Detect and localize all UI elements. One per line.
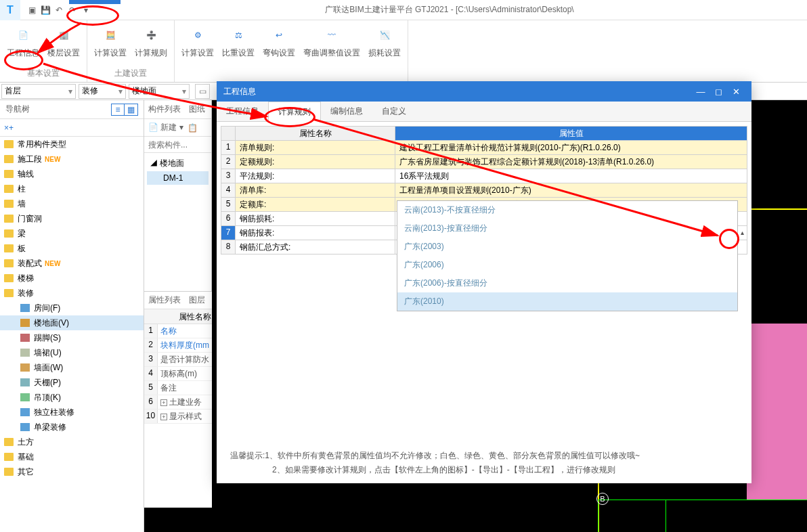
qat-redo-icon[interactable]: ↷ [66,4,79,16]
tab-drawing[interactable]: 图纸 [189,104,205,115]
nav-subitem[interactable]: 墙面(W) [0,360,144,375]
project-info-icon: 📄 [12,24,34,46]
ribbon-calc-settings2-button[interactable]: ⚙ 计算设置 [177,22,218,62]
qat-save-icon[interactable]: 💾 [39,4,51,16]
component-search-input[interactable] [148,140,207,150]
dropdown-option[interactable]: 云南(2013)-不按直径细分 [397,201,737,219]
ribbon-tab-cloud[interactable]: 云应用 [269,0,313,4]
ribbon-loss-button[interactable]: 📉 损耗设置 [364,22,405,62]
prop-row[interactable]: 3是否计算防水 [144,353,212,367]
ribbon-calc-rules-button[interactable]: ➗ 计算规则 [131,22,171,62]
comp-root[interactable]: ◢ 楼地面 [147,156,209,171]
copy-icon[interactable]: 📋 [188,123,198,133]
nav-item[interactable]: 门窗洞 [0,211,144,226]
dropdown-option[interactable]: 广东(2010) [397,292,737,311]
ribbon-tab-start[interactable]: 开始 [34,0,69,4]
prop-row[interactable]: 1名称 [144,324,212,338]
nav-subitem[interactable]: 天棚(P) [0,375,144,390]
tab-property-list[interactable]: 属性列表 [148,294,181,306]
grid-row[interactable]: 4清单库:工程量清单项目设置规则(2010-广东) [221,183,747,198]
nav-tree: 常用构件类型施工段NEW轴线柱墙门窗洞梁板装配式NEW楼梯装修房间(F)楼地面(… [0,137,144,532]
prop-row[interactable]: 2块料厚度(mm [144,338,212,353]
ribbon-calc-settings-button[interactable]: 🧮 计算设置 [90,22,131,62]
calc-rules-icon: ➗ [140,24,162,46]
nav-subitem[interactable]: 踢脚(S) [0,330,144,345]
grid-row[interactable]: 3平法规则:16系平法规则 [221,169,747,183]
prop-row[interactable]: 5备注 [144,381,212,395]
ribbon-group-basic-label: 基本设置 [3,68,84,81]
view-grid-icon[interactable]: ▦ [125,104,138,116]
dropdown-option[interactable]: 广东(2006)-按直径细分 [397,274,737,292]
dialog-tab-compile[interactable]: 编制信息 [321,102,372,121]
nav-subitem[interactable]: 房间(F) [0,301,144,315]
nav-item[interactable]: 墙 [0,196,144,211]
layer-tool1-icon[interactable]: ▭ [195,84,210,99]
window-title: 广联达BIM土建计量平台 GTJ2021 - [C:\Users\Adminis… [92,4,807,16]
nav-item[interactable]: 板 [0,241,144,256]
nav-item[interactable]: 楼梯 [0,271,144,286]
dialog-titlebar[interactable]: 工程信息 — ◻ ✕ [217,81,751,102]
canvas-region [747,324,807,500]
close-icon[interactable]: ✕ [727,83,745,101]
grid-row[interactable]: 2定额规则:广东省房屋建筑与装饰工程综合定额计算规则(2018)-13清单(R1… [221,155,747,169]
dropdown-option[interactable]: 广东(2006) [397,256,737,274]
ribbon-group-civil-label: 土建设置 [90,68,171,81]
floor-select[interactable]: 首层▾ [1,84,76,99]
nav-item[interactable]: 柱 [0,181,144,196]
qat-down-icon[interactable]: ▾ [80,4,92,16]
ribbon-tab-project-settings[interactable]: 工程设置 [69,0,121,4]
nav-item-decor[interactable]: 装修 [0,286,144,301]
category-select[interactable]: 装修▾ [79,84,126,99]
tab-component-list[interactable]: 构件列表 [148,104,181,115]
nav-item[interactable]: 梁 [0,226,144,241]
nav-item[interactable]: 施工段NEW [0,152,144,167]
nav-item[interactable]: 其它 [0,464,144,479]
ribbon-hook-button[interactable]: ↩ 弯钩设置 [259,22,299,62]
prop-row[interactable]: 4顶标高(m) [144,367,212,381]
tab-layer[interactable]: 图层 [189,294,205,306]
nav-item[interactable]: 常用构件类型 [0,137,144,152]
qat-open-icon[interactable]: ▣ [26,4,38,16]
ribbon-tab-quantity[interactable]: 工程量 [226,0,269,4]
nav-item[interactable]: 基础 [0,449,144,464]
view-list-icon[interactable]: ≡ [111,104,125,116]
maximize-icon[interactable]: ◻ [710,83,727,101]
dialog-title: 工程信息 [223,86,692,97]
prop-row[interactable]: 10+显示样式 [144,409,212,424]
nav-item[interactable]: 轴线 [0,167,144,181]
comp-item[interactable]: DM-1 [147,171,209,185]
nav-panel: 导航树 ≡ ▦ ×+ 常用构件类型施工段NEW轴线柱墙门窗洞梁板装配式NEW楼梯… [0,100,144,532]
nav-subitem[interactable]: 楼地面(V) [0,315,144,330]
chevron-up-icon: ▴ [741,229,744,236]
ribbon-tab-view[interactable]: 视图 [156,0,191,4]
ribbon-weight-button[interactable]: ⚖ 比重设置 [218,22,259,62]
nav-item[interactable]: 土方 [0,435,144,449]
subcat-select[interactable]: 楼地面▾ [129,84,190,99]
ribbon-tab-modeling[interactable]: 建模 [121,0,156,4]
prop-row[interactable]: 6+土建业务 [144,395,212,409]
chevron-down-icon: ▾ [182,87,186,96]
new-component-button[interactable]: 📄 新建 ▾ [148,122,183,133]
calc-settings2-icon: ⚙ [187,24,209,46]
ribbon-project-info-button[interactable]: 📄 工程信息 [3,22,43,62]
nav-filter-button[interactable]: ×+ [0,119,144,137]
ribbon-bend-button[interactable]: 〰 弯曲调整值设置 [299,22,364,62]
ribbon-tab-collab[interactable]: 协同建模(限免) [313,0,386,4]
grid-row[interactable]: 1清单规则:建设工程工程量清单计价规范计算规则(2010-广东)(R1.0.26… [221,141,747,155]
dropdown-option[interactable]: 广东(2003) [397,238,737,256]
minimize-icon[interactable]: — [692,83,710,101]
dropdown-option[interactable]: 云南(2013)-按直径细分 [397,219,737,238]
qat-undo-icon[interactable]: ↶ [53,4,65,16]
nav-subitem[interactable]: 独立柱装修 [0,405,144,420]
dialog-tab-custom[interactable]: 自定义 [372,102,416,121]
ribbon-floor-settings-button[interactable]: 🏢 楼层设置 [43,22,84,62]
nav-item[interactable]: 装配式NEW [0,256,144,271]
ribbon-tab-tools[interactable]: 工具 [191,0,226,4]
bend-icon: 〰 [321,24,343,46]
app-logo[interactable]: T [0,0,20,20]
nav-subitem[interactable]: 墙裙(U) [0,345,144,360]
dialog-tab-info[interactable]: 工程信息 [217,102,268,121]
nav-subitem[interactable]: 单梁装修 [0,420,144,435]
nav-subitem[interactable]: 吊顶(K) [0,390,144,405]
dialog-tab-calc-rules[interactable]: 计算规则 [268,102,321,122]
